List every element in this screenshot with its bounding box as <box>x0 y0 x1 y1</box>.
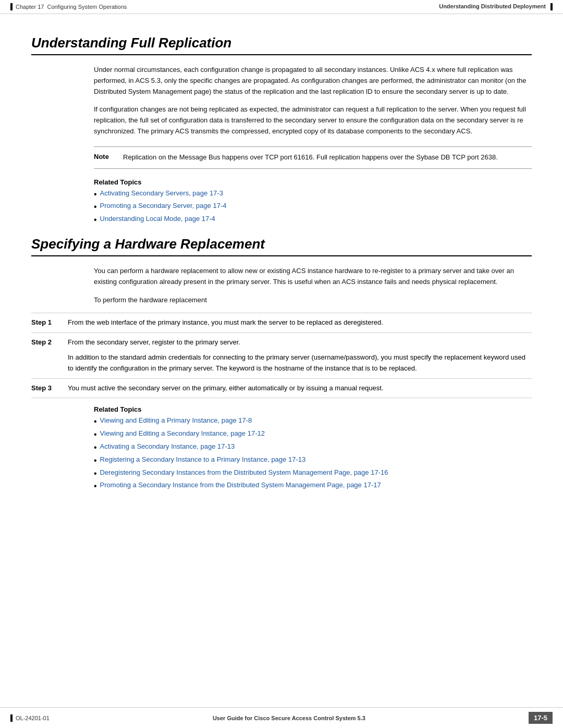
list-item: Viewing and Editing a Primary Instance, … <box>94 416 532 427</box>
section1-paragraph2: If configuration changes are not being r… <box>94 104 532 137</box>
step2-extra: In addition to the standard admin creden… <box>68 352 527 374</box>
list-item: Promoting a Secondary Instance from the … <box>94 481 532 492</box>
table-row: Step 1 From the web interface of the pri… <box>31 313 532 333</box>
list-item: Promoting a Secondary Server, page 17-4 <box>94 202 532 213</box>
section1-link-1[interactable]: Activating Secondary Servers, page 17-3 <box>100 189 223 197</box>
section1-link-3[interactable]: Understanding Local Mode, page 17-4 <box>100 215 215 223</box>
header-right-label: Understanding Distributed Deployment <box>439 3 546 9</box>
section2-title: Specifying a Hardware Replacement <box>31 236 532 256</box>
step1-main: From the web interface of the primary in… <box>68 318 383 326</box>
step1-label: Step 1 <box>31 313 63 333</box>
section2-link-2[interactable]: Viewing and Editing a Secondary Instance… <box>100 429 265 437</box>
section2-link-3[interactable]: Activating a Secondary Instance, page 17… <box>100 442 235 450</box>
table-row: Step 3 You must active the secondary ser… <box>31 378 532 398</box>
section2-paragraph2: To perform the hardware replacement <box>94 295 532 306</box>
header-right: Understanding Distributed Deployment <box>439 3 553 10</box>
step3-content: You must active the secondary server on … <box>63 378 532 398</box>
section2-related-topics: Related Topics Viewing and Editing a Pri… <box>94 405 532 492</box>
section1-related-topics-title: Related Topics <box>94 178 532 186</box>
section2-link-6[interactable]: Promoting a Secondary Instance from the … <box>100 481 381 489</box>
section1-link-2[interactable]: Promoting a Secondary Server, page 17-4 <box>100 202 227 209</box>
list-item: Viewing and Editing a Secondary Instance… <box>94 429 532 440</box>
step3-label: Step 3 <box>31 378 63 398</box>
footer-center-text: User Guide for Cisco Secure Access Contr… <box>50 715 529 721</box>
section1-title: Understanding Full Replication <box>31 35 532 55</box>
section2-related-topics-title: Related Topics <box>94 405 532 413</box>
list-item: Activating a Secondary Instance, page 17… <box>94 442 532 453</box>
footer-right: 17-5 <box>529 712 553 724</box>
footer-doc-number: OL-24201-01 <box>16 715 50 721</box>
header-left: Chapter 17 Configuring System Operations <box>10 3 127 10</box>
header-chapter: Chapter 17 <box>16 4 44 10</box>
note-box: Note Replication on the Message Bus happ… <box>94 146 532 169</box>
list-item: Registering a Secondary Instance to a Pr… <box>94 455 532 466</box>
section1-paragraph1: Under normal circumstances, each configu… <box>94 65 532 97</box>
step2-main: From the secondary server, register to t… <box>68 338 240 346</box>
list-item: Understanding Local Mode, page 17-4 <box>94 215 532 226</box>
note-content: Replication on the Message Bus happens o… <box>123 152 498 163</box>
section1-related-topics: Related Topics Activating Secondary Serv… <box>94 178 532 226</box>
header-right-bar-icon <box>550 3 553 10</box>
header-left-bar-icon <box>10 3 13 10</box>
section2-link-1[interactable]: Viewing and Editing a Primary Instance, … <box>100 416 252 424</box>
list-item: Deregistering Secondary Instances from t… <box>94 468 532 479</box>
section2-link-5[interactable]: Deregistering Secondary Instances from t… <box>100 468 388 476</box>
step3-main: You must active the secondary server on … <box>68 384 384 392</box>
page-footer: OL-24201-01 User Guide for Cisco Secure … <box>0 707 563 728</box>
section2-link-4[interactable]: Registering a Secondary Instance to a Pr… <box>100 455 306 463</box>
section1-related-links-list: Activating Secondary Servers, page 17-3 … <box>94 189 532 226</box>
list-item: Activating Secondary Servers, page 17-3 <box>94 189 532 200</box>
main-content: Understanding Full Replication Under nor… <box>0 14 563 544</box>
table-row: Step 2 From the secondary server, regist… <box>31 333 532 378</box>
steps-wrapper: Step 1 From the web interface of the pri… <box>31 313 532 398</box>
step1-content: From the web interface of the primary in… <box>63 313 532 333</box>
steps-table: Step 1 From the web interface of the pri… <box>31 313 532 398</box>
header-chapter-title: Configuring System Operations <box>47 4 127 10</box>
footer-page-number: 17-5 <box>529 712 553 724</box>
section2-related-links-list: Viewing and Editing a Primary Instance, … <box>94 416 532 492</box>
step2-label: Step 2 <box>31 333 63 378</box>
section2-paragraph1: You can perform a hardware replacement t… <box>94 266 532 288</box>
footer-left: OL-24201-01 <box>10 714 50 722</box>
step2-content: From the secondary server, register to t… <box>63 333 532 378</box>
note-label: Note <box>94 152 115 161</box>
footer-left-bar-icon <box>10 714 13 722</box>
page-header: Chapter 17 Configuring System Operations… <box>0 0 563 14</box>
